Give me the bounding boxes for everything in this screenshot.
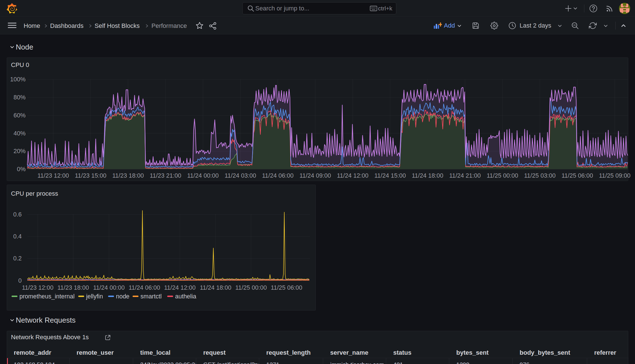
svg-text:0.2: 0.2 xyxy=(13,255,22,262)
svg-text:11/24 00:00: 11/24 00:00 xyxy=(187,172,219,179)
svg-text:11/23 15:00: 11/23 15:00 xyxy=(75,172,106,179)
svg-text:11/24 12:00: 11/24 12:00 xyxy=(337,172,368,179)
svg-text:11/23 12:00: 11/23 12:00 xyxy=(37,172,69,179)
svg-text:jellyfin: jellyfin xyxy=(86,293,103,300)
svg-text:11/25 03:00: 11/25 03:00 xyxy=(524,172,556,179)
svg-text:11/25 06:00: 11/25 06:00 xyxy=(271,284,302,291)
svg-text:11/25 00:00: 11/25 00:00 xyxy=(235,284,267,291)
svg-text:11/23 18:00: 11/23 18:00 xyxy=(57,284,89,291)
svg-text:0.4: 0.4 xyxy=(13,233,22,240)
svg-text:11/23 18:00: 11/23 18:00 xyxy=(112,172,144,179)
svg-text:11/24 06:00: 11/24 06:00 xyxy=(129,284,160,291)
svg-text:smartctl: smartctl xyxy=(140,293,162,300)
svg-text:100%: 100% xyxy=(10,76,26,83)
svg-text:11/24 03:00: 11/24 03:00 xyxy=(225,172,256,179)
svg-text:11/23 12:00: 11/23 12:00 xyxy=(22,284,53,291)
svg-text:40%: 40% xyxy=(14,130,26,137)
svg-text:11/23 21:00: 11/23 21:00 xyxy=(150,172,181,179)
svg-text:authelia: authelia xyxy=(175,293,196,300)
svg-text:11/24 21:00: 11/24 21:00 xyxy=(449,172,481,179)
svg-text:11/24 06:00: 11/24 06:00 xyxy=(262,172,294,179)
svg-text:11/24 15:00: 11/24 15:00 xyxy=(374,172,406,179)
svg-text:11/25 00:00: 11/25 00:00 xyxy=(487,172,518,179)
svg-text:11/24 18:00: 11/24 18:00 xyxy=(412,172,443,179)
svg-text:11/25 09:00: 11/25 09:00 xyxy=(599,172,630,179)
svg-text:0.6: 0.6 xyxy=(13,211,22,218)
svg-text:11/24 18:00: 11/24 18:00 xyxy=(200,284,231,291)
svg-text:node: node xyxy=(116,293,129,300)
svg-text:0%: 0% xyxy=(17,166,26,173)
svg-text:11/24 09:00: 11/24 09:00 xyxy=(299,172,331,179)
svg-text:11/24 00:00: 11/24 00:00 xyxy=(93,284,125,291)
svg-text:11/25 06:00: 11/25 06:00 xyxy=(562,172,593,179)
svg-text:0: 0 xyxy=(18,277,22,284)
svg-text:11/24 12:00: 11/24 12:00 xyxy=(164,284,196,291)
svg-text:prometheus_internal: prometheus_internal xyxy=(19,293,75,300)
svg-text:80%: 80% xyxy=(14,94,26,101)
svg-text:20%: 20% xyxy=(14,148,26,155)
svg-text:60%: 60% xyxy=(14,112,26,119)
